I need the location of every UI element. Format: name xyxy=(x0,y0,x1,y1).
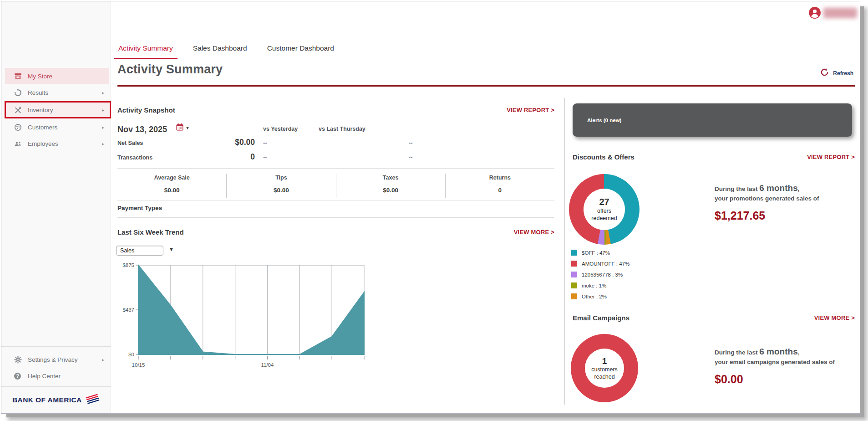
sidebar-item-label: Customers xyxy=(28,124,57,131)
refresh-label: Refresh xyxy=(833,70,853,77)
title-rule xyxy=(117,85,855,87)
net-sales-vs-last-thursday: -- xyxy=(409,139,413,146)
promotions-summary: During the last 6 months, your promotion… xyxy=(715,183,860,222)
svg-text:$875: $875 xyxy=(122,262,134,268)
inventory-icon xyxy=(14,106,22,114)
trend-header: Last Six Week Trend VIEW MORE > xyxy=(117,228,554,236)
legend-swatch xyxy=(571,272,577,277)
email-view-more-link[interactable]: VIEW MORE > xyxy=(814,314,855,321)
discounts-header: Discounts & Offers VIEW REPORT > xyxy=(573,153,855,161)
page-title: Activity Summary xyxy=(117,62,223,77)
sidebar-item-customers[interactable]: Customers ▸ xyxy=(1,119,111,135)
legend-item: moke : 1% xyxy=(571,282,629,288)
legend-swatch xyxy=(571,293,577,299)
net-sales-row: Net Sales $0.00 -- -- xyxy=(117,138,554,149)
chevron-right-icon: ▸ xyxy=(102,125,104,130)
transactions-vs-yesterday: -- xyxy=(263,154,267,161)
store-icon xyxy=(14,72,22,80)
chevron-right-icon: ▸ xyxy=(102,357,104,362)
dashboard-tabs: Activity Summary Sales Dashboard Custome… xyxy=(114,41,339,59)
trend-chart: $875$437$010/1511/04 xyxy=(117,259,372,370)
sidebar-item-label: Settings & Privacy xyxy=(28,356,78,363)
legend-swatch xyxy=(571,282,577,288)
sidebar-item-employees[interactable]: Employees ▸ xyxy=(1,135,111,152)
snapshot-view-report-link[interactable]: VIEW REPORT > xyxy=(507,107,554,113)
refresh-icon xyxy=(820,68,829,78)
sidebar-item-label: Results xyxy=(28,89,48,96)
alerts-panel[interactable]: Alerts (0 new) xyxy=(573,103,852,137)
sidebar-item-label: My Store xyxy=(28,73,52,80)
divider xyxy=(117,168,554,169)
transactions-row: Transactions 0 -- -- xyxy=(117,152,554,164)
sidebar: My Store Results ▸ Inventory ▸ xyxy=(1,1,111,413)
sidebar-footer: Settings & Privacy ▸ ? Help Center xyxy=(1,346,111,384)
snapshot-date-row: Nov 13, 2025 ▼ vs Yesterday vs Last Thur… xyxy=(117,123,554,135)
select-caret-down-icon[interactable]: ▼ xyxy=(169,246,174,252)
discounts-legend: $OFF : 47% AMOUNTOFF : 47% 1205356778 : … xyxy=(571,250,629,299)
employees-icon xyxy=(14,140,22,148)
trend-metric-select[interactable]: Sales xyxy=(116,246,163,256)
legend-item: 1205356778 : 3% xyxy=(571,272,629,277)
bank-of-america-wordmark: BANK OF AMERICA xyxy=(12,396,82,404)
legend-item: $OFF : 47% xyxy=(571,250,629,256)
bank-of-america-flag-icon xyxy=(85,394,101,406)
stat-returns: Returns 0 xyxy=(446,174,554,198)
transactions-value: 0 xyxy=(117,152,255,162)
email-donut-center: 1 customers reached xyxy=(585,349,624,388)
activity-snapshot-title: Activity Snapshot xyxy=(117,106,175,114)
alerts-label: Alerts (0 new) xyxy=(587,118,621,123)
discounts-donut: 27 offers redeemed xyxy=(569,174,640,245)
results-icon xyxy=(14,89,22,97)
snapshot-date: Nov 13, 2025 xyxy=(117,125,167,134)
legend-item: AMOUNTOFF : 47% xyxy=(571,261,629,267)
help-icon: ? xyxy=(14,372,22,380)
trend-view-more-link[interactable]: VIEW MORE > xyxy=(514,229,554,236)
svg-text:$437: $437 xyxy=(122,307,134,313)
net-sales-value: $0.00 xyxy=(117,138,255,147)
sidebar-item-help-center[interactable]: ? Help Center xyxy=(1,368,111,384)
column-divider xyxy=(564,98,565,405)
promotions-sales-amount: $1,217.65 xyxy=(715,209,860,222)
email-summary: During the last 6 months, your email cam… xyxy=(715,347,860,386)
sidebar-item-my-store[interactable]: My Store xyxy=(5,68,109,84)
sidebar-nav: My Store Results ▸ Inventory ▸ xyxy=(1,68,111,152)
discounts-title: Discounts & Offers xyxy=(573,153,635,161)
tab-customer-dashboard[interactable]: Customer Dashboard xyxy=(263,41,339,59)
app-window: My Store Results ▸ Inventory ▸ xyxy=(1,1,860,414)
user-name-redacted[interactable] xyxy=(823,8,857,18)
sidebar-item-label: Inventory xyxy=(28,107,53,113)
col-vs-last-thursday: vs Last Thursday xyxy=(319,126,365,132)
sidebar-divider xyxy=(1,386,111,387)
stat-average-sale: Average Sale $0.00 xyxy=(117,174,227,198)
trend-title: Last Six Week Trend xyxy=(117,228,184,236)
transactions-vs-last-thursday: -- xyxy=(409,154,413,161)
payment-types-title: Payment Types xyxy=(117,205,162,211)
tab-activity-summary[interactable]: Activity Summary xyxy=(114,41,178,59)
refresh-button[interactable]: Refresh xyxy=(820,68,853,78)
email-donut: 1 customers reached xyxy=(571,334,638,402)
legend-swatch xyxy=(571,250,577,256)
legend-item: Other : 2% xyxy=(571,293,629,299)
user-avatar-icon[interactable] xyxy=(809,7,821,19)
net-sales-vs-yesterday: -- xyxy=(263,139,267,146)
email-campaigns-title: Email Campaigns xyxy=(573,314,629,322)
stats-row: Average Sale $0.00 Tips $0.00 Taxes $0.0… xyxy=(117,174,554,198)
calendar-icon xyxy=(176,123,184,133)
svg-text:$0: $0 xyxy=(128,352,134,357)
discounts-donut-center: 27 offers redeemed xyxy=(584,189,625,230)
chevron-right-icon: ▸ xyxy=(102,141,104,146)
customers-icon xyxy=(14,123,22,131)
caret-down-icon: ▼ xyxy=(186,126,190,130)
sidebar-item-settings-privacy[interactable]: Settings & Privacy ▸ xyxy=(1,351,111,368)
tab-sales-dashboard[interactable]: Sales Dashboard xyxy=(188,41,252,59)
stat-tips: Tips $0.00 xyxy=(227,174,336,198)
sidebar-item-inventory[interactable]: Inventory ▸ xyxy=(5,102,111,118)
bank-of-america-logo: BANK OF AMERICA xyxy=(12,393,101,407)
discounts-view-report-link[interactable]: VIEW REPORT > xyxy=(807,154,855,160)
date-picker[interactable]: ▼ xyxy=(176,123,190,133)
sidebar-item-results[interactable]: Results ▸ xyxy=(1,84,111,101)
activity-snapshot-header: Activity Snapshot VIEW REPORT > xyxy=(117,106,554,114)
topbar-divider xyxy=(111,28,860,28)
svg-text:11/04: 11/04 xyxy=(261,362,274,368)
chevron-right-icon: ▸ xyxy=(102,90,104,95)
